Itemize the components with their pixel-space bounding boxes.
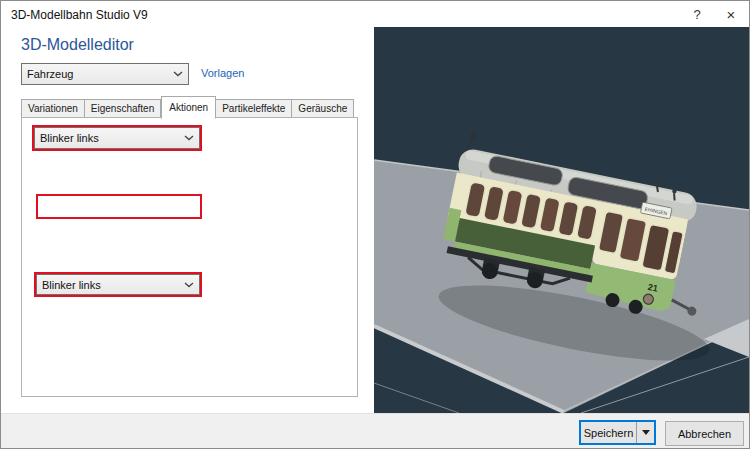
page-title: 3D-Modelleditor: [21, 36, 134, 54]
tab-variationen[interactable]: Variationen: [21, 99, 85, 118]
category-combobox-value: Fahrzeug: [27, 68, 73, 80]
save-dropdown-arrow[interactable]: [636, 422, 654, 443]
close-icon: ×: [727, 6, 736, 23]
chevron-down-icon: [184, 282, 194, 288]
triangle-down-icon: [642, 430, 650, 435]
category-combobox[interactable]: Fahrzeug: [21, 63, 189, 85]
save-button[interactable]: Speichern: [581, 422, 636, 443]
action-combobox-value: Blinker links: [40, 132, 99, 144]
save-split-button[interactable]: Speichern: [579, 420, 656, 445]
app-window: 3D-Modellbahn Studio V9 ? × 3D-Modelledi…: [0, 0, 750, 449]
tab-partikeleffekte[interactable]: Partikeleffekte: [216, 99, 292, 118]
vorlagen-link[interactable]: Vorlagen: [201, 67, 244, 79]
3d-viewport[interactable]: EHINGEN 21: [374, 27, 749, 413]
tab-geraeusche[interactable]: Geräusche: [292, 99, 354, 118]
tab-aktionen[interactable]: Aktionen: [161, 96, 216, 119]
annotation-frame-action-combo: Blinker links: [32, 125, 202, 151]
title-bar: 3D-Modellbahn Studio V9 ? ×: [1, 1, 749, 28]
help-button[interactable]: ?: [684, 4, 710, 25]
property-combobox[interactable]: Blinker links: [36, 274, 200, 295]
close-button[interactable]: ×: [718, 4, 744, 25]
help-icon: ?: [693, 7, 700, 22]
chevron-down-icon: [184, 135, 194, 141]
annotation-frame-property-combo: Blinker links: [34, 272, 202, 297]
tab-panel-aktionen: [21, 117, 358, 397]
tab-bar: Variationen Eigenschaften Aktionen Parti…: [21, 95, 354, 118]
cancel-button[interactable]: Abbrechen: [665, 421, 744, 446]
chevron-down-icon: [173, 71, 183, 77]
tram-number: 21: [647, 282, 659, 294]
property-combobox-value: Blinker links: [42, 279, 101, 291]
tab-eigenschaften[interactable]: Eigenschaften: [85, 99, 161, 118]
window-title: 3D-Modellbahn Studio V9: [11, 8, 148, 22]
action-combobox[interactable]: Blinker links: [34, 127, 200, 149]
